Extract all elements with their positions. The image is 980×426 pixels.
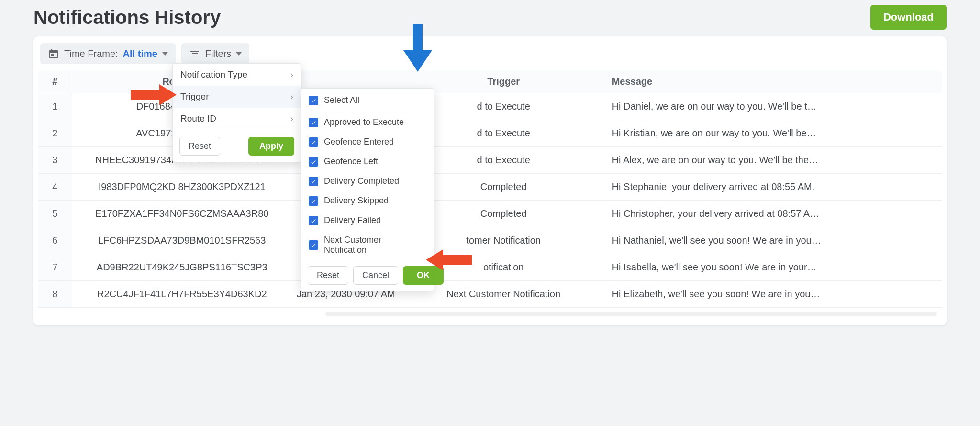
cell-route-id: R2CU4JF1F41L7H7FR55E3Y4D63KD2 [72, 281, 292, 308]
table-row[interactable]: 8R2CU4JF1F41L7H7FR55E3Y4D63KD2Jan 23, 20… [38, 281, 942, 308]
trigger-option-label: Next Customer Notification [324, 235, 426, 255]
annotation-arrow-red-1 [131, 84, 177, 108]
filters-apply-button[interactable]: Apply [248, 137, 294, 156]
cell-message: Hi Elizabeth, we'll see you soon! We are… [607, 281, 942, 308]
checkbox-checked-icon [309, 177, 318, 186]
chevron-right-icon: › [290, 69, 293, 80]
cell-num: 7 [38, 254, 72, 281]
trigger-option-label: Geofence Entered [324, 137, 394, 147]
trigger-select-all[interactable]: Select All [301, 89, 434, 112]
filters-reset-button[interactable]: Reset [179, 137, 220, 156]
cell-num: 4 [38, 174, 72, 201]
cell-message: Hi Isabella, we'll see you soon! We are … [607, 254, 942, 281]
trigger-option[interactable]: Delivery Failed [301, 211, 434, 230]
cell-route-id: AD9BR22UT49K245JG8PS116TSC3P3 [72, 254, 292, 281]
cell-num: 1 [38, 93, 72, 120]
trigger-option-label: Delivery Failed [324, 215, 381, 225]
trigger-option[interactable]: Geofence Left [301, 152, 434, 171]
filter-item-notification-type[interactable]: Notification Type › [173, 64, 301, 86]
cell-message: Hi Alex, we are on our way to you. We'll… [607, 147, 942, 174]
checkbox-checked-icon [309, 118, 318, 127]
trigger-option[interactable]: Next Customer Notification [301, 230, 434, 260]
cell-num: 5 [38, 201, 72, 227]
table-row[interactable]: 7AD9BR22UT49K245JG8PS116TSC3P3Janotifica… [38, 254, 942, 281]
col-header-message: Message [607, 70, 942, 93]
cell-message: Hi Christopher, your delivery arrived at… [607, 201, 942, 227]
filter-item-route-id[interactable]: Route ID › [173, 108, 301, 130]
horizontal-scrollbar[interactable] [325, 312, 937, 316]
select-all-label: Select All [324, 95, 359, 105]
checkbox-checked-icon [309, 96, 318, 105]
filter-item-label: Notification Type [180, 69, 247, 80]
cell-message: Hi Stephanie, your delivery arrived at 0… [607, 174, 942, 201]
chevron-right-icon: › [290, 91, 293, 102]
page-title: Notifications History [33, 7, 221, 28]
annotation-arrow-blue [403, 24, 432, 74]
filters-label: Filters [205, 48, 231, 59]
chevron-right-icon: › [290, 113, 293, 124]
checkbox-checked-icon [309, 216, 318, 225]
cell-num: 8 [38, 281, 72, 308]
cell-route-id: E170FZXA1FF34N0FS6CZMSAAA3R80 [72, 201, 292, 227]
filter-icon [189, 48, 200, 59]
notifications-card: Time Frame: All time Filters Notificatio… [33, 36, 947, 325]
checkbox-checked-icon [309, 157, 318, 167]
filters-chip[interactable]: Filters [181, 43, 249, 64]
trigger-option[interactable]: Delivery Skipped [301, 191, 434, 211]
cell-route-id: LFC6HPZSDAA73D9BM0101SFR2563 [72, 227, 292, 254]
trigger-option[interactable]: Geofence Entered [301, 132, 434, 152]
cell-num: 2 [38, 120, 72, 147]
table-row[interactable]: 6LFC6HPZSDAA73D9BM0101SFR2563Jantomer No… [38, 227, 942, 254]
cell-message: Hi Daniel, we are on our way to you. We'… [607, 93, 942, 120]
timeframe-label: Time Frame: [64, 48, 118, 59]
download-button[interactable]: Download [870, 5, 947, 30]
chevron-down-icon [236, 52, 242, 56]
checkbox-checked-icon [309, 196, 318, 206]
annotation-arrow-red-2 [426, 249, 472, 273]
trigger-cancel-button[interactable]: Cancel [353, 266, 398, 285]
trigger-option[interactable]: Delivery Completed [301, 171, 434, 191]
trigger-option-label: Geofence Left [324, 157, 378, 167]
trigger-option-label: Delivery Completed [324, 176, 399, 186]
checkbox-checked-icon [309, 240, 318, 250]
table-row[interactable]: 5E170FZXA1FF34N0FS6CZMSAAA3R80JanComplet… [38, 201, 942, 227]
checkbox-checked-icon [309, 137, 318, 147]
trigger-reset-button[interactable]: Reset [308, 266, 348, 285]
table-row[interactable]: 4I983DFP0MQ2KD 8HZ300K3PDXZ121JanComplet… [38, 174, 942, 201]
filters-dropdown: Notification Type › Trigger › Route ID ›… [172, 63, 301, 163]
cell-num: 3 [38, 147, 72, 174]
trigger-option[interactable]: Approved to Execute [301, 112, 434, 132]
cell-route-id: I983DFP0MQ2KD 8HZ300K3PDXZ121 [72, 174, 292, 201]
trigger-option-label: Delivery Skipped [324, 196, 389, 206]
chevron-down-icon [162, 52, 168, 56]
calendar-icon [48, 48, 59, 59]
cell-message: Hi Kristian, we are on our way to you. W… [607, 120, 942, 147]
trigger-submenu: Select All Approved to ExecuteGeofence E… [301, 88, 434, 291]
cell-message: Hi Nathaniel, we'll see you soon! We are… [607, 227, 942, 254]
timeframe-value: All time [123, 48, 157, 59]
trigger-option-label: Approved to Execute [324, 117, 404, 127]
col-header-num: # [38, 70, 72, 93]
timeframe-chip[interactable]: Time Frame: All time [40, 43, 176, 64]
filter-item-label: Route ID [180, 113, 216, 124]
cell-num: 6 [38, 227, 72, 254]
filter-item-label: Trigger [180, 91, 209, 102]
filter-item-trigger[interactable]: Trigger › [173, 86, 301, 108]
